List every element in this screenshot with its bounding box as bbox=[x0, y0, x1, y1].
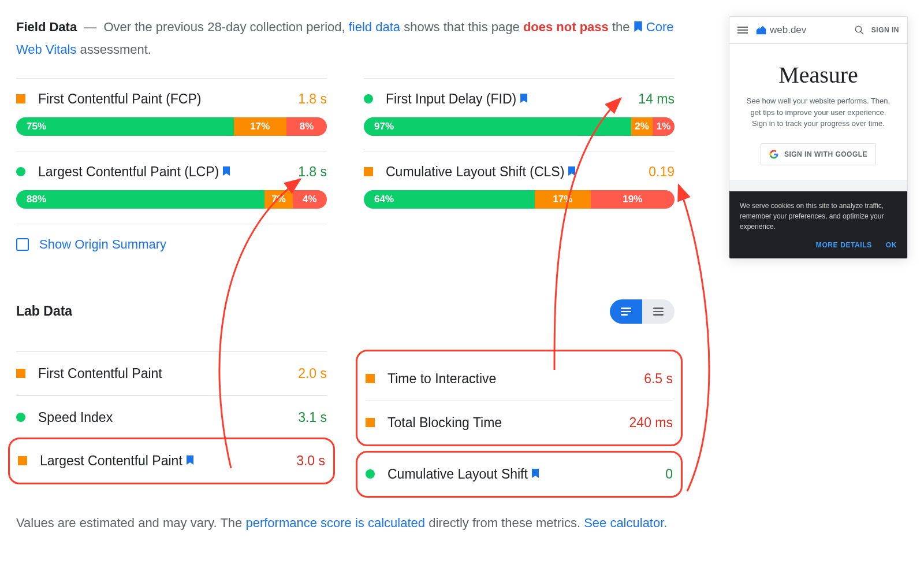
lab-section: Lab Data First Contentful Paint 2.0 s bbox=[16, 299, 675, 533]
bar-poor: 1% bbox=[653, 117, 675, 136]
more-details-button[interactable]: MORE DETAILS bbox=[816, 240, 872, 250]
metric-value: 3.1 s bbox=[298, 410, 327, 425]
lab-fcp: First Contentful Paint 2.0 s bbox=[16, 351, 327, 395]
bar-needs-improvement: 7% bbox=[264, 190, 292, 209]
phone-description: See how well your website performs. Then… bbox=[742, 95, 895, 129]
phone-body: Measure See how well your website perfor… bbox=[729, 44, 907, 181]
main-panel: Field Data — Over the previous 28-day co… bbox=[16, 16, 675, 533]
status-icon bbox=[366, 469, 375, 479]
origin-summary-checkbox[interactable] bbox=[16, 238, 29, 251]
metric-value: 14 ms bbox=[638, 91, 675, 107]
lab-si: Speed Index 3.1 s bbox=[16, 395, 327, 439]
lab-tbt: Total Blocking Time 240 ms bbox=[366, 401, 673, 439]
perf-score-link[interactable]: performance score is calculated bbox=[245, 516, 425, 530]
lab-lcp: Largest Contentful Paint 3.0 s bbox=[18, 445, 325, 477]
view-toggle[interactable] bbox=[610, 299, 675, 324]
metric-lcp: Largest Contentful Paint (LCP) 1.8 s 88%… bbox=[16, 151, 327, 224]
bar-poor: 19% bbox=[591, 190, 675, 209]
metric-name: First Contentful Paint bbox=[38, 366, 162, 381]
metric-fcp: First Contentful Paint (FCP) 1.8 s 75% 1… bbox=[16, 78, 327, 151]
svg-point-0 bbox=[855, 26, 862, 32]
google-logo-icon bbox=[769, 150, 778, 159]
lab-metrics-grid: First Contentful Paint 2.0 s Speed Index… bbox=[16, 351, 675, 496]
metric-name: Time to Interactive bbox=[388, 371, 496, 387]
sign-in-google-label: SIGN IN WITH GOOGLE bbox=[784, 150, 867, 158]
bar-needs-improvement: 17% bbox=[234, 117, 286, 136]
status-icon bbox=[16, 94, 25, 103]
bookmark-icon bbox=[531, 466, 539, 482]
field-metrics-grid: First Contentful Paint (FCP) 1.8 s 75% 1… bbox=[16, 78, 675, 265]
bar-good: 97% bbox=[364, 117, 631, 136]
bookmark-icon bbox=[568, 164, 576, 180]
status-icon bbox=[364, 167, 373, 176]
status-icon bbox=[16, 413, 25, 422]
bar-good: 88% bbox=[16, 190, 264, 209]
phone-header: web.dev SIGN IN bbox=[729, 17, 907, 44]
status-icon bbox=[366, 418, 375, 427]
status-icon bbox=[366, 374, 375, 383]
metric-value: 1.8 s bbox=[298, 91, 327, 107]
fail-text: does not pass bbox=[523, 20, 609, 34]
highlight-lcp: Largest Contentful Paint 3.0 s bbox=[8, 438, 335, 484]
metric-name: Largest Contentful Paint bbox=[40, 453, 182, 469]
bookmark-icon bbox=[222, 164, 230, 180]
bar-good: 64% bbox=[364, 190, 535, 209]
bookmark-icon bbox=[186, 453, 194, 469]
phone-heading: Measure bbox=[742, 61, 895, 88]
metric-cls: Cumulative Layout Shift (CLS) 0.19 64% 1… bbox=[364, 151, 675, 224]
field-data-link[interactable]: field data bbox=[349, 20, 400, 34]
sign-in-google-button[interactable]: SIGN IN WITH GOOGLE bbox=[761, 143, 876, 165]
menu-icon[interactable] bbox=[737, 27, 748, 34]
metric-name: Largest Contentful Paint (LCP) bbox=[38, 164, 219, 180]
list-center-icon bbox=[653, 307, 664, 316]
origin-summary-label: Show Origin Summary bbox=[39, 237, 166, 252]
highlight-tti-tbt: Time to Interactive 6.5 s Total Blocking… bbox=[356, 350, 683, 446]
field-data-intro: Field Data — Over the previous 28-day co… bbox=[16, 16, 675, 61]
list-left-icon bbox=[621, 307, 631, 316]
metric-value: 3.0 s bbox=[296, 453, 325, 469]
phone-gap bbox=[729, 181, 907, 191]
sign-in-link[interactable]: SIGN IN bbox=[871, 26, 899, 34]
view-toggle-right[interactable] bbox=[642, 299, 675, 324]
field-data-title: Field Data bbox=[16, 20, 77, 34]
phone-preview: web.dev SIGN IN Measure See how well you… bbox=[729, 16, 908, 259]
bar-good: 75% bbox=[16, 117, 234, 136]
see-calculator-link[interactable]: See calculator. bbox=[584, 516, 667, 530]
metric-value: 6.5 s bbox=[644, 371, 673, 387]
lab-cls: Cumulative Layout Shift 0 bbox=[366, 458, 673, 490]
lab-tti: Time to Interactive 6.5 s bbox=[366, 357, 673, 401]
distribution-bar: 88% 7% 4% bbox=[16, 190, 327, 209]
metric-value: 1.8 s bbox=[298, 164, 327, 180]
search-icon[interactable] bbox=[854, 25, 865, 35]
metric-name: Speed Index bbox=[38, 410, 113, 425]
metric-fid: First Input Delay (FID) 14 ms 97% 2% 1% bbox=[364, 78, 675, 151]
webdev-logo[interactable]: web.dev bbox=[755, 24, 806, 36]
metric-name: Cumulative Layout Shift (CLS) bbox=[386, 164, 564, 180]
bar-poor: 4% bbox=[293, 190, 327, 209]
status-icon bbox=[16, 167, 25, 176]
metric-value: 0 bbox=[665, 466, 673, 482]
bookmark-icon bbox=[634, 17, 643, 39]
view-toggle-left[interactable] bbox=[610, 299, 642, 324]
brand-text: web.dev bbox=[770, 24, 806, 36]
highlight-cls: Cumulative Layout Shift 0 bbox=[356, 451, 683, 498]
cookie-banner: We serve cookies on this site to analyze… bbox=[729, 191, 907, 258]
metric-value: 240 ms bbox=[629, 415, 673, 431]
metric-name: First Input Delay (FID) bbox=[386, 91, 516, 107]
bar-needs-improvement: 17% bbox=[535, 190, 591, 209]
cookie-text: We serve cookies on this site to analyze… bbox=[740, 201, 897, 232]
metric-value: 2.0 s bbox=[298, 366, 327, 381]
lab-footnote: Values are estimated and may vary. The p… bbox=[16, 512, 675, 533]
metric-name: Cumulative Layout Shift bbox=[388, 466, 528, 482]
distribution-bar: 75% 17% 8% bbox=[16, 117, 327, 136]
lab-data-title: Lab Data bbox=[16, 303, 72, 319]
metric-value: 0.19 bbox=[649, 164, 675, 180]
show-origin-summary-row[interactable]: Show Origin Summary bbox=[16, 224, 327, 265]
status-icon bbox=[16, 369, 25, 378]
dash: — bbox=[84, 20, 96, 34]
bookmark-icon bbox=[520, 91, 528, 107]
bar-poor: 8% bbox=[286, 117, 327, 136]
status-icon bbox=[364, 94, 373, 103]
status-icon bbox=[18, 456, 27, 465]
ok-button[interactable]: OK bbox=[886, 240, 897, 250]
